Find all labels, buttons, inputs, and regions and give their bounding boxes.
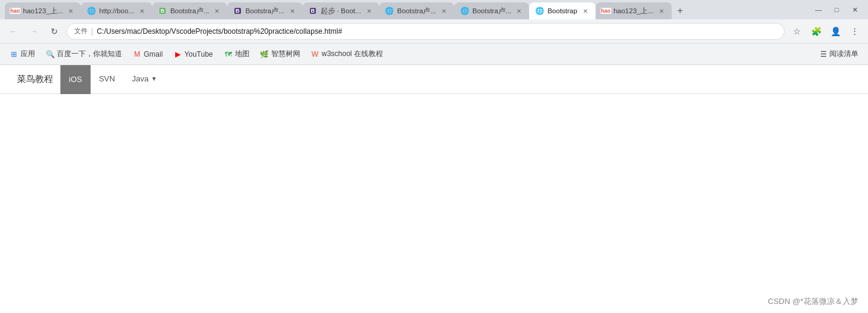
tab-close-button[interactable]: ✕ xyxy=(581,7,590,15)
minimize-button[interactable]: — xyxy=(810,3,827,16)
tab-title: 起步 · Boot... xyxy=(321,7,361,16)
bookmark-favicon-bm6: 🌿 xyxy=(260,50,269,58)
bookmark-bm4[interactable]: ▶ YouTube xyxy=(169,48,217,61)
tab-tab2[interactable]: hao hao123_上... ✕ xyxy=(5,2,81,19)
profile-button[interactable]: 👤 xyxy=(827,23,844,40)
bookmark-favicon-bm2: 🔍 xyxy=(46,50,54,58)
tab-title: Bootstra卢... xyxy=(397,7,436,16)
tab-title: Bootstra卢... xyxy=(245,7,284,16)
bookmark-favicon-bm4: ▶ xyxy=(173,50,182,58)
bookmark-label-bm4: YouTube xyxy=(184,50,213,58)
tab-tab6[interactable]: B 起步 · Boot... ✕ xyxy=(303,2,379,19)
tab-favicon: B xyxy=(158,7,167,15)
tab-tab1[interactable]: hao hao123_上... ✕ xyxy=(596,2,672,19)
tab-favicon: 🌐 xyxy=(87,7,95,15)
tab-tab8[interactable]: 🌐 Bootstra卢... ✕ xyxy=(454,2,529,19)
reading-mode-icon: ☰ xyxy=(820,50,827,58)
bookmark-favicon-bm7: W xyxy=(311,50,320,58)
bookmark-favicon-bm5: 🗺 xyxy=(224,50,233,58)
close-button[interactable]: ✕ xyxy=(846,3,863,16)
bookmark-label-bm6: 智慧树网 xyxy=(271,49,300,59)
tab-favicon: B xyxy=(309,7,317,15)
bookmark-label-bm2: 百度一下，你就知道 xyxy=(57,49,122,59)
address-separator: | xyxy=(91,27,93,36)
tab-favicon: 🌐 xyxy=(460,7,469,15)
bookmark-bm1[interactable]: ⊞ 应用 xyxy=(5,46,40,62)
tab-close-button[interactable]: ✕ xyxy=(213,7,221,15)
tab-close-button[interactable]: ✕ xyxy=(66,7,75,15)
tab-close-button[interactable]: ✕ xyxy=(515,7,523,15)
tab-title: hao123_上... xyxy=(23,7,63,16)
nav-item-nav-java[interactable]: Java▼ xyxy=(123,65,165,94)
tab-title: http://boo... xyxy=(99,7,134,14)
bookmark-bm5[interactable]: 🗺 地图 xyxy=(219,46,254,62)
bookmark-label-bm1: 应用 xyxy=(21,49,35,59)
tab-close-button[interactable]: ✕ xyxy=(365,7,373,15)
reading-mode-button[interactable]: ☰ 阅读清单 xyxy=(815,46,863,62)
bookmark-label-bm3: Gmail xyxy=(144,50,162,58)
bookmark-bm7[interactable]: W w3school 在线教程 xyxy=(306,46,388,62)
tab-favicon: B xyxy=(233,7,242,15)
bookmark-star-button[interactable]: ☆ xyxy=(788,23,805,40)
new-tab-button[interactable]: + xyxy=(672,2,689,19)
tab-favicon: hao xyxy=(602,7,610,15)
tab-tab7[interactable]: 🌐 Bootstra卢... ✕ xyxy=(379,2,454,19)
url-text: C:/Users/mac/Desktop/VscodeProjects/boot… xyxy=(97,27,777,36)
addressbar-row: ← → ↻ 文件 | C:/Users/mac/Desktop/VscodePr… xyxy=(0,19,868,43)
tab-tab5[interactable]: B Bootstra卢... ✕ xyxy=(227,2,302,19)
tab-tab4[interactable]: B Bootstra卢... ✕ xyxy=(152,2,227,19)
bookmark-bm3[interactable]: M Gmail xyxy=(128,48,167,61)
reload-button[interactable]: ↻ xyxy=(46,23,63,40)
titlebar: hao hao123_上... ✕ 🌐 http://boo... ✕ B Bo… xyxy=(0,0,868,19)
tab-title: Bootstra卢... xyxy=(170,7,209,16)
nav-brand: 菜鸟教程 xyxy=(10,65,60,94)
nav-label-nav-ios: iOS xyxy=(69,75,82,84)
back-button[interactable]: ← xyxy=(5,23,22,40)
address-bar[interactable]: 文件 | C:/Users/mac/Desktop/VscodeProjects… xyxy=(66,23,785,40)
tab-close-button[interactable]: ✕ xyxy=(138,7,146,15)
page-content xyxy=(0,94,868,275)
bookmarks-bar: ⊞ 应用 🔍 百度一下，你就知道 M Gmail ▶ YouTube 🗺 地图 … xyxy=(0,43,868,65)
bookmark-label-bm5: 地图 xyxy=(235,49,249,59)
tab-favicon: hao xyxy=(11,7,19,15)
tab-title: Bootstra卢... xyxy=(472,7,511,16)
tab-tab3[interactable]: 🌐 http://boo... ✕ xyxy=(81,2,152,19)
nav-item-nav-svn[interactable]: SVN xyxy=(91,65,124,94)
maximize-button[interactable]: □ xyxy=(828,3,845,16)
tab-bar: hao hao123_上... ✕ 🌐 http://boo... ✕ B Bo… xyxy=(5,0,810,19)
tab-tab9[interactable]: 🌐 Bootstrap ✕ xyxy=(529,2,595,19)
tab-title: hao123_上... xyxy=(614,7,654,16)
watermark: CSDN @*花落微凉＆入梦 xyxy=(768,296,858,307)
nav-label-nav-java: Java xyxy=(132,74,148,83)
tab-title: Bootstrap xyxy=(547,7,577,14)
tab-close-button[interactable]: ✕ xyxy=(440,7,448,15)
window-controls: — □ ✕ xyxy=(810,3,863,16)
dropdown-arrow-icon: ▼ xyxy=(151,75,157,82)
nav-item-nav-ios[interactable]: iOS xyxy=(60,65,91,94)
menu-button[interactable]: ⋮ xyxy=(846,23,863,40)
bookmark-bm6[interactable]: 🌿 智慧树网 xyxy=(256,46,305,62)
tab-favicon: 🌐 xyxy=(385,7,394,15)
tab-close-button[interactable]: ✕ xyxy=(288,7,297,15)
bookmark-bm2[interactable]: 🔍 百度一下，你就知道 xyxy=(41,46,127,62)
protocol-label: 文件 xyxy=(74,27,88,36)
forward-button[interactable]: → xyxy=(25,23,42,40)
extensions-button[interactable]: 🧩 xyxy=(808,23,825,40)
tab-close-button[interactable]: ✕ xyxy=(657,7,666,15)
tab-favicon: 🌐 xyxy=(535,7,544,15)
page-navbar: 菜鸟教程 iOSSVNJava▼ xyxy=(0,65,868,94)
bookmark-favicon-bm1: ⊞ xyxy=(10,50,18,58)
bookmark-label-bm7: w3school 在线教程 xyxy=(322,49,383,59)
toolbar-right: ☆ 🧩 👤 ⋮ xyxy=(788,23,863,40)
nav-label-nav-svn: SVN xyxy=(99,74,115,83)
reading-mode-label: 阅读清单 xyxy=(829,49,858,59)
bookmark-favicon-bm3: M xyxy=(133,50,141,58)
bookmarks-right: ☰ 阅读清单 xyxy=(815,46,863,62)
